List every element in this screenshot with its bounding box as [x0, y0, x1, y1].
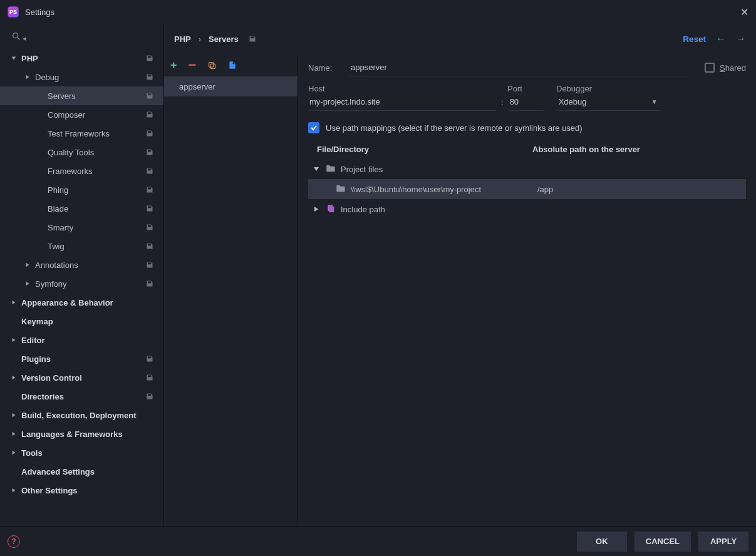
sidebar-item-label: Composer	[48, 110, 146, 120]
sidebar-item-label: Servers	[48, 91, 146, 101]
disk-icon	[146, 73, 153, 81]
back-arrow-icon[interactable]: ←	[716, 33, 726, 44]
debugger-select[interactable]: Xdebug ▼	[556, 93, 660, 111]
disk-icon	[146, 205, 153, 212]
sidebar-item-version-control[interactable]: Version Control	[0, 368, 163, 387]
chevron-down-icon	[312, 166, 321, 172]
svg-marker-12	[13, 488, 16, 492]
help-button[interactable]: ?	[8, 535, 20, 548]
sidebar-item-languages-frameworks[interactable]: Languages & Frameworks	[0, 425, 163, 443]
sidebar-item-keymap[interactable]: Keymap	[0, 312, 163, 331]
reset-button[interactable]: Reset	[683, 34, 706, 44]
disk-icon	[146, 261, 153, 269]
remove-server-button[interactable]: −	[189, 58, 197, 72]
cancel-button[interactable]: CANCEL	[634, 532, 691, 552]
disk-icon	[146, 224, 153, 231]
sidebar-item-build-execution-deployment[interactable]: Build, Execution, Deployment	[0, 406, 163, 425]
sidebar-item-debug[interactable]: Debug	[0, 68, 163, 86]
svg-marker-10	[13, 432, 16, 436]
name-label: Name:	[308, 63, 347, 73]
sidebar-item-label: PHP	[21, 54, 146, 63]
chevron-right-icon	[10, 450, 18, 455]
svg-marker-15	[314, 167, 319, 171]
crumb-root[interactable]: PHP	[174, 34, 191, 44]
shared-checkbox[interactable]: SSharedhared	[705, 63, 746, 73]
use-path-mappings-checkbox[interactable]: Use path mappings (select if the server …	[308, 122, 746, 133]
import-server-button[interactable]	[228, 60, 237, 70]
sidebar-item-other-settings[interactable]: Other Settings	[0, 481, 163, 500]
local-path: \\wsl$\Ubuntu\home\user\my-project	[351, 185, 532, 194]
sidebar-item-smarty[interactable]: Smarty	[0, 218, 163, 237]
add-server-button[interactable]: +	[170, 59, 177, 71]
svg-marker-11	[13, 451, 16, 455]
disk-icon	[146, 355, 153, 363]
disk-icon	[146, 130, 153, 137]
svg-marker-7	[13, 338, 16, 342]
svg-point-0	[13, 33, 18, 38]
search-icon	[11, 31, 21, 41]
svg-marker-3	[26, 75, 29, 79]
svg-marker-8	[13, 376, 16, 379]
disk-icon	[146, 393, 153, 400]
sidebar-item-servers[interactable]: Servers	[0, 86, 163, 105]
disk-icon	[146, 186, 153, 193]
sidebar-item-composer[interactable]: Composer	[0, 105, 163, 124]
sidebar-item-label: Phing	[48, 185, 146, 195]
sidebar-item-plugins[interactable]: Plugins	[0, 349, 163, 368]
use-path-mappings-label: Use path mappings (select if the server …	[326, 123, 583, 133]
servers-toolbar: + −	[164, 54, 298, 76]
ok-button[interactable]: OK	[577, 532, 627, 552]
include-path-icon	[326, 203, 336, 215]
server-item[interactable]: appserver	[164, 76, 298, 96]
apply-button[interactable]: APPLY	[698, 532, 748, 552]
sidebar-item-tools[interactable]: Tools	[0, 443, 163, 462]
svg-marker-2	[12, 57, 16, 60]
col-server-path: Absolute path on the server	[532, 145, 640, 154]
chevron-right-icon	[10, 413, 18, 418]
project-files-node[interactable]: Project files	[308, 159, 746, 179]
sidebar-item-quality-tools[interactable]: Quality Tools	[0, 143, 163, 162]
forward-arrow-icon[interactable]: →	[736, 33, 746, 44]
host-input[interactable]	[308, 93, 496, 111]
sidebar-item-php[interactable]: PHP	[0, 49, 163, 68]
chevron-right-icon	[312, 206, 321, 212]
svg-rect-19	[329, 206, 334, 212]
sidebar-item-symfony[interactable]: Symfony	[0, 274, 163, 293]
debugger-value: Xdebug	[559, 97, 587, 106]
include-path-node[interactable]: Include path	[308, 199, 746, 219]
chevron-right-icon	[10, 375, 18, 380]
sidebar-item-label: Annotations	[35, 260, 146, 270]
close-button[interactable]: ✕	[740, 6, 748, 18]
sidebar-item-test-frameworks[interactable]: Test Frameworks	[0, 124, 163, 143]
sidebar-item-label: Keymap	[21, 317, 153, 326]
copy-server-button[interactable]	[207, 61, 217, 70]
sidebar-item-label: Version Control	[21, 373, 146, 383]
project-path-row[interactable]: \\wsl$\Ubuntu\home\user\my-project /app	[308, 179, 746, 199]
port-input[interactable]	[509, 93, 544, 111]
sidebar-item-directories[interactable]: Directories	[0, 387, 163, 406]
bottom-bar: ? OK CANCEL APPLY	[0, 526, 756, 556]
servers-panel: + − appserver	[164, 54, 298, 526]
chevron-right-icon	[10, 337, 18, 342]
svg-marker-6	[13, 301, 16, 304]
sidebar-item-label: Smarty	[48, 223, 146, 232]
sidebar-item-blade[interactable]: Blade	[0, 199, 163, 218]
sidebar-item-frameworks[interactable]: Frameworks	[0, 162, 163, 180]
checkbox-checked-icon	[308, 122, 319, 133]
server-path[interactable]: /app	[537, 185, 553, 194]
sidebar-item-advanced-settings[interactable]: Advanced Settings	[0, 462, 163, 481]
shared-label: SSharedhared	[720, 63, 746, 73]
sidebar-item-annotations[interactable]: Annotations	[0, 255, 163, 274]
chevron-right-icon: ›	[199, 34, 201, 44]
disk-icon	[249, 35, 256, 43]
name-input[interactable]	[350, 59, 688, 76]
sidebar-item-editor[interactable]: Editor	[0, 331, 163, 349]
mapping-table-header: File/Directory Absolute path on the serv…	[308, 138, 746, 159]
sidebar-item-phing[interactable]: Phing	[0, 180, 163, 199]
search-row[interactable]: ◂	[0, 24, 163, 49]
sidebar-item-twig[interactable]: Twig	[0, 237, 163, 255]
sidebar-item-label: Plugins	[21, 354, 146, 364]
sidebar-item-appearance-behavior[interactable]: Appearance & Behavior	[0, 293, 163, 312]
checkbox-icon	[705, 63, 715, 73]
chevron-right-icon	[24, 281, 31, 286]
